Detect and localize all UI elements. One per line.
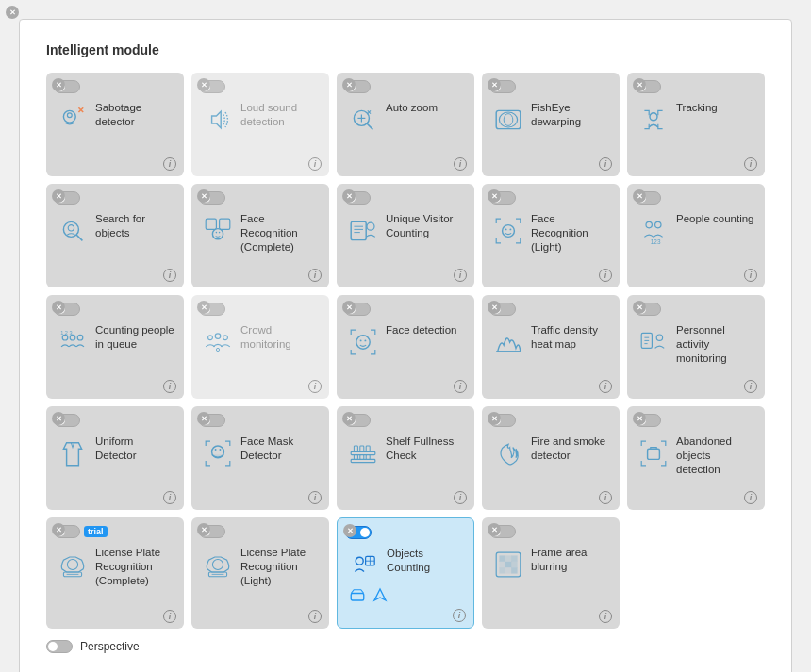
info-icon-fire-smoke-detector[interactable]: i xyxy=(599,491,612,504)
svg-point-22 xyxy=(367,222,374,230)
info-icon-tracking[interactable]: i xyxy=(744,157,757,171)
card-search-for-objects: ✕ Search for objectsi xyxy=(46,184,184,287)
svg-point-58 xyxy=(67,559,77,569)
info-icon-license-plate-complete[interactable]: i xyxy=(163,610,176,623)
info-icon-objects-counting[interactable]: i xyxy=(453,609,466,622)
close-btn-license-plate-complete[interactable]: ✕ xyxy=(52,523,65,536)
close-btn-abandoned-objects-detection[interactable]: ✕ xyxy=(633,412,646,425)
close-btn-people-counting[interactable]: ✕ xyxy=(633,189,646,203)
close-btn-unique-visitor-counting[interactable]: ✕ xyxy=(342,189,356,203)
close-btn-fire-smoke-detector[interactable]: ✕ xyxy=(488,412,501,425)
card-face-mask-detector: ✕ Face Mask Detectori xyxy=(191,406,329,510)
info-icon-abandoned-objects-detection[interactable]: i xyxy=(744,491,757,504)
close-btn-loud-sound-detection[interactable]: ✕ xyxy=(197,78,210,91)
card-license-plate-complete: ✕trial License Plate Recognition (Comple… xyxy=(46,517,184,629)
card-face-recognition-light: ✕ Face Recognition (Light)i xyxy=(482,184,620,287)
close-btn-traffic-density-heat-map[interactable]: ✕ xyxy=(488,301,501,314)
svg-text:123: 123 xyxy=(651,238,661,245)
card-footer-abandoned-objects-detection: i xyxy=(635,487,757,504)
card-body-auto-zoom: Auto zoom xyxy=(344,97,467,154)
card-footer-personnel-activity-monitoring: i xyxy=(635,376,757,393)
info-icon-face-recognition-light[interactable]: i xyxy=(599,269,612,282)
close-btn-shelf-fullness-check[interactable]: ✕ xyxy=(342,412,356,425)
card-body-objects-counting: Objects Counting xyxy=(345,543,466,582)
card-body-face-mask-detector: Face Mask Detector xyxy=(199,431,322,487)
card-top-uniform-detector: ✕ xyxy=(54,414,176,427)
close-btn-uniform-detector[interactable]: ✕ xyxy=(52,412,65,425)
label-traffic-density-heat-map: Traffic density heat map xyxy=(531,323,610,352)
label-people-counting: People counting xyxy=(676,212,755,226)
close-btn-fisheye-dewarping[interactable]: ✕ xyxy=(488,78,501,91)
card-footer-people-counting: i xyxy=(635,265,757,282)
card-body-unique-visitor-counting: Unique Visitor Counting xyxy=(344,208,467,265)
card-body-frame-area-blurring: Frame area blurring xyxy=(489,542,612,606)
close-btn-tracking[interactable]: ✕ xyxy=(633,78,646,91)
section-title: Intelligent module xyxy=(46,42,765,57)
card-unique-visitor-counting: ✕ Unique Visitor Countingi xyxy=(337,184,474,287)
card-license-plate-light: ✕ License Plate Recognition (Light)i xyxy=(191,517,329,629)
card-people-counting: ✕ 123 People countingi xyxy=(627,184,765,287)
perspective-toggle[interactable] xyxy=(46,640,73,653)
icon-loud-sound-detection xyxy=(201,103,235,137)
close-btn-crowd-monitoring[interactable]: ✕ xyxy=(197,301,210,314)
close-btn-search-for-objects[interactable]: ✕ xyxy=(52,189,65,203)
svg-line-11 xyxy=(76,235,82,240)
objects-counting-sub-icon1 xyxy=(349,586,366,603)
perspective-close-btn[interactable]: ✕ xyxy=(6,6,19,19)
close-btn-face-detection[interactable]: ✕ xyxy=(342,301,356,314)
card-loud-sound-detection: ✕ Loud sound detectioni xyxy=(191,73,329,176)
icon-fire-smoke-detector xyxy=(491,436,525,470)
label-fisheye-dewarping: FishEye dewarping xyxy=(531,101,610,129)
info-icon-counting-people-queue[interactable]: i xyxy=(163,380,176,393)
info-icon-crowd-monitoring[interactable]: i xyxy=(308,380,322,393)
card-body-uniform-detector: Uniform Detector xyxy=(54,431,176,487)
close-btn-sabotage-detector[interactable]: ✕ xyxy=(52,78,65,91)
svg-point-31 xyxy=(77,335,83,340)
info-icon-face-mask-detector[interactable]: i xyxy=(308,491,322,504)
info-icon-face-recognition-complete[interactable]: i xyxy=(308,269,322,282)
close-btn-auto-zoom[interactable]: ✕ xyxy=(342,78,356,91)
svg-point-7 xyxy=(499,112,517,127)
card-top-personnel-activity-monitoring: ✕ xyxy=(635,303,757,316)
card-top-crowd-monitoring: ✕ xyxy=(199,303,322,316)
info-icon-frame-area-blurring[interactable]: i xyxy=(599,610,612,623)
svg-rect-13 xyxy=(206,219,216,229)
close-btn-face-recognition-complete[interactable]: ✕ xyxy=(197,189,210,203)
close-btn-counting-people-queue[interactable]: ✕ xyxy=(52,301,65,314)
close-btn-face-mask-detector[interactable]: ✕ xyxy=(197,412,210,425)
label-uniform-detector: Uniform Detector xyxy=(95,434,174,463)
info-icon-uniform-detector[interactable]: i xyxy=(163,491,176,504)
info-icon-auto-zoom[interactable]: i xyxy=(454,157,467,171)
card-uniform-detector: ✕ Uniform Detectori xyxy=(46,406,184,510)
svg-rect-55 xyxy=(360,455,364,460)
close-btn-personnel-activity-monitoring[interactable]: ✕ xyxy=(633,301,646,314)
card-top-search-for-objects: ✕ xyxy=(54,191,176,205)
icon-abandoned-objects-detection xyxy=(637,436,670,470)
card-top-auto-zoom: ✕ xyxy=(344,80,467,93)
label-objects-counting: Objects Counting xyxy=(387,547,464,575)
close-btn-license-plate-light[interactable]: ✕ xyxy=(197,523,210,536)
info-icon-personnel-activity-monitoring[interactable]: i xyxy=(744,380,757,393)
icon-counting-people-queue: 1 2 3 xyxy=(56,325,90,359)
svg-point-35 xyxy=(223,336,228,340)
close-btn-face-recognition-light[interactable]: ✕ xyxy=(488,189,501,203)
info-icon-face-detection[interactable]: i xyxy=(454,380,467,393)
info-icon-loud-sound-detection[interactable]: i xyxy=(308,157,322,171)
info-icon-shelf-fullness-check[interactable]: i xyxy=(454,491,467,504)
card-body-counting-people-queue: 1 2 3 Counting people in queue xyxy=(54,320,176,376)
card-footer-frame-area-blurring: i xyxy=(489,606,612,623)
info-icon-traffic-density-heat-map[interactable]: i xyxy=(599,380,612,393)
svg-point-24 xyxy=(505,228,507,230)
info-icon-search-for-objects[interactable]: i xyxy=(163,269,176,282)
info-icon-unique-visitor-counting[interactable]: i xyxy=(454,269,467,282)
close-btn-frame-area-blurring[interactable]: ✕ xyxy=(488,523,501,536)
perspective-label: Perspective xyxy=(80,640,140,653)
info-icon-sabotage-detector[interactable]: i xyxy=(163,157,176,171)
info-icon-people-counting[interactable]: i xyxy=(744,269,757,282)
info-icon-license-plate-light[interactable]: i xyxy=(308,610,322,623)
svg-rect-71 xyxy=(505,555,511,561)
svg-rect-54 xyxy=(354,455,357,460)
info-icon-fisheye-dewarping[interactable]: i xyxy=(599,157,612,171)
close-btn-objects-counting[interactable]: ✕ xyxy=(343,524,356,537)
svg-point-34 xyxy=(215,334,221,339)
